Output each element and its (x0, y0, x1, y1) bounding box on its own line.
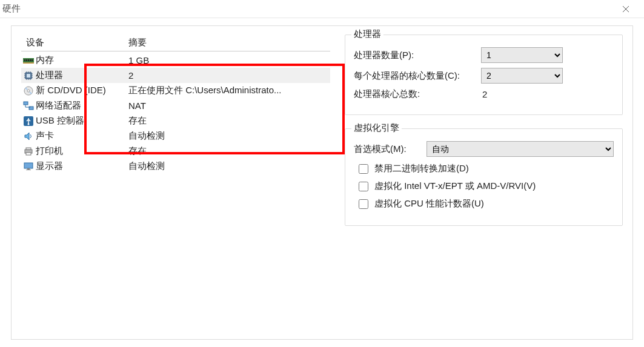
header-device: 设备 (22, 37, 128, 48)
svg-rect-6 (32, 59, 33, 61)
device-row[interactable]: USB 控制器存在 (21, 113, 330, 128)
device-summary: 正在使用文件 C:\Users\Administrato... (128, 85, 330, 96)
svg-rect-17 (26, 153, 31, 155)
processor-count-label: 处理器数量(P): (354, 50, 481, 61)
title-bar: 硬件 (0, 0, 644, 18)
virtualize-vtx-row[interactable]: 虚拟化 Intel VT-x/EPT 或 AMD-V/RVI(V) (359, 180, 614, 192)
total-cores-value: 2 (481, 89, 487, 99)
device-row[interactable]: 网络适配器NAT (21, 98, 330, 113)
virtualize-vtx-checkbox[interactable] (359, 182, 368, 191)
content-area: 设备 摘要 内存1 GB处理器2新 CD/DVD (IDE)正在使用文件 C:\… (0, 18, 644, 347)
disable-binary-translation-row[interactable]: 禁用二进制转换加速(D) (359, 163, 614, 174)
window-title: 硬件 (2, 3, 21, 15)
header-summary: 摘要 (128, 37, 329, 48)
device-panel: 设备 摘要 内存1 GB处理器2新 CD/DVD (IDE)正在使用文件 C:\… (21, 35, 330, 331)
device-row[interactable]: 显示器自动检测 (21, 159, 330, 174)
device-row[interactable]: 打印机存在 (21, 144, 330, 159)
device-name: USB 控制器 (36, 115, 128, 127)
close-button[interactable] (612, 0, 639, 18)
device-summary: 自动检测 (128, 130, 330, 142)
cores-per-processor-select[interactable]: 2 (481, 68, 563, 84)
settings-panel: 处理器 处理器数量(P): 1 每个处理器的核心数量(C): (345, 35, 623, 331)
svg-rect-19 (27, 168, 30, 170)
device-summary: 2 (128, 70, 330, 81)
device-list: 内存1 GB处理器2新 CD/DVD (IDE)正在使用文件 C:\Users\… (21, 53, 330, 174)
virtualize-cpu-perf-label: 虚拟化 CPU 性能计数器(U) (374, 198, 484, 210)
svg-rect-3 (26, 59, 27, 61)
svg-point-14 (28, 123, 30, 125)
printer-icon (22, 146, 35, 157)
virtualize-cpu-perf-checkbox[interactable] (359, 199, 368, 209)
device-list-header: 设备 摘要 (21, 35, 330, 51)
device-summary: 自动检测 (128, 160, 330, 172)
svg-rect-18 (24, 163, 33, 168)
device-row[interactable]: 处理器2 (21, 68, 330, 83)
disable-binary-translation-checkbox[interactable] (359, 164, 368, 174)
memory-icon (22, 55, 35, 66)
virtualize-vtx-label: 虚拟化 Intel VT-x/EPT 或 AMD-V/RVI(V) (374, 180, 536, 192)
device-summary: 存在 (128, 115, 330, 127)
processor-legend: 处理器 (351, 28, 383, 40)
virtualization-legend: 虚拟化引擎 (351, 122, 402, 134)
svg-rect-5 (30, 59, 31, 61)
device-name: 网络适配器 (36, 100, 128, 111)
svg-rect-8 (27, 74, 30, 78)
virtualize-cpu-perf-row[interactable]: 虚拟化 CPU 性能计数器(U) (359, 198, 614, 210)
device-row[interactable]: 声卡自动检测 (21, 128, 330, 144)
disc-icon (22, 85, 35, 96)
total-cores-label: 处理器核心总数: (354, 88, 481, 100)
virtualization-group: 虚拟化引擎 首选模式(M): 自动 禁用二进制转换加速(D) (345, 128, 623, 226)
device-name: 新 CD/DVD (IDE) (36, 85, 128, 96)
processor-group: 处理器 处理器数量(P): 1 每个处理器的核心数量(C): (345, 35, 623, 115)
device-name: 打印机 (36, 145, 128, 157)
device-summary: 存在 (128, 145, 330, 157)
inner-panel: 设备 摘要 内存1 GB处理器2新 CD/DVD (IDE)正在使用文件 C:\… (11, 25, 633, 340)
close-icon (622, 5, 629, 13)
cores-per-processor-label: 每个处理器的核心数量(C): (354, 70, 481, 82)
preferred-mode-label: 首选模式(M): (354, 144, 427, 155)
usb-icon (22, 116, 35, 127)
cpu-icon (22, 70, 35, 81)
device-name: 处理器 (36, 70, 128, 81)
svg-rect-2 (24, 59, 25, 61)
svg-rect-20 (26, 170, 31, 170)
svg-rect-11 (24, 102, 28, 105)
device-name: 内存 (36, 55, 128, 66)
svg-point-10 (27, 90, 30, 92)
device-summary: NAT (128, 101, 330, 111)
svg-rect-4 (28, 59, 29, 61)
device-name: 声卡 (36, 130, 128, 142)
disable-binary-translation-label: 禁用二进制转换加速(D) (374, 163, 469, 174)
network-icon (22, 101, 35, 111)
device-name: 显示器 (36, 160, 128, 172)
device-row[interactable]: 新 CD/DVD (IDE)正在使用文件 C:\Users\Administra… (21, 83, 330, 98)
device-summary: 1 GB (128, 55, 330, 65)
device-row[interactable]: 内存1 GB (21, 53, 330, 68)
svg-rect-16 (26, 148, 31, 150)
processor-count-select[interactable]: 1 (481, 47, 563, 63)
display-icon (22, 161, 35, 172)
svg-rect-1 (23, 62, 34, 64)
sound-icon (22, 131, 35, 142)
preferred-mode-select[interactable]: 自动 (427, 141, 614, 157)
